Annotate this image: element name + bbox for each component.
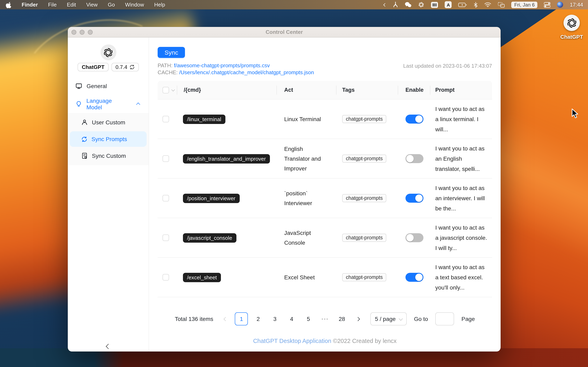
path-link[interactable]: f/awesome-chatgpt-prompts/prompts.csv: [174, 62, 270, 68]
prompt-cell: I want you to act as a javascript consol…: [430, 222, 492, 253]
table-row: /position_interviewer `position` Intervi…: [158, 179, 492, 218]
bluetooth-icon[interactable]: [474, 1, 478, 8]
act-cell: Linux Terminal: [277, 114, 337, 124]
header-act: Act: [277, 81, 337, 99]
select-all-checkbox[interactable]: [163, 87, 169, 93]
menu-time: 17:44: [570, 2, 583, 8]
row-checkbox[interactable]: [163, 116, 169, 122]
prompt-cell: I want you to act as an English translat…: [430, 143, 492, 174]
sidebar-item-sync-custom[interactable]: Sync Custom: [68, 147, 149, 165]
wechat-icon[interactable]: [405, 1, 412, 8]
path-line: PATH: f/awesome-chatgpt-prompts/prompts.…: [158, 62, 314, 69]
apple-menu-icon[interactable]: [6, 1, 11, 8]
chevron-down-icon: [399, 317, 403, 320]
row-checkbox[interactable]: [163, 195, 169, 201]
cmd-chip: /linux_terminal: [183, 114, 225, 124]
menu-item-go[interactable]: Go: [108, 2, 115, 8]
screen: Finder File Edit View Go Window Help A: [0, 0, 588, 367]
table-row: /excel_sheet Excel Sheet chatgpt-prompts…: [158, 258, 492, 297]
chevron-left-icon[interactable]: [384, 1, 387, 8]
tag-chip: chatgpt-prompts: [342, 194, 387, 202]
goto-label: Go to: [414, 316, 428, 322]
barcode-status-icon[interactable]: [431, 1, 438, 8]
page-2-button[interactable]: 2: [252, 312, 265, 325]
monitor-icon: [76, 83, 82, 89]
app-name-badge[interactable]: ChatGPT: [78, 63, 108, 71]
enable-toggle[interactable]: [406, 115, 424, 124]
sidebar-item-language-model[interactable]: Language Model: [68, 95, 149, 113]
act-cell: `position` Interviewer: [277, 188, 337, 208]
chevron-left-icon: [105, 344, 111, 349]
user-icon: [81, 119, 88, 125]
sidebar-item-general[interactable]: General: [68, 77, 149, 95]
menu-item-help[interactable]: Help: [154, 2, 165, 8]
screen-mirroring-icon[interactable]: [498, 1, 505, 8]
battery-icon[interactable]: [458, 1, 467, 8]
window-title: Control Center: [68, 29, 501, 35]
sidebar-app-logo: [100, 44, 116, 60]
chevron-up-icon: [136, 103, 140, 107]
control-center-window: Control Center ChatGPT 0.7.4: [68, 27, 501, 351]
row-checkbox[interactable]: [163, 234, 169, 241]
enable-toggle[interactable]: [406, 233, 424, 242]
input-method-icon[interactable]: A: [445, 1, 452, 8]
table-header-row: /{cmd} Act Tags Enable Prompt: [158, 81, 492, 100]
menu-item-finder[interactable]: Finder: [22, 2, 38, 8]
chatgpt-icon-label: ChatGPT: [554, 34, 588, 40]
page-ellipsis[interactable]: •••: [319, 312, 332, 325]
page-28-button[interactable]: 28: [336, 312, 348, 325]
openai-status-icon[interactable]: [418, 1, 424, 8]
row-checkbox[interactable]: [163, 274, 169, 281]
table-row: /javascript_console JavaScript Console c…: [158, 218, 492, 258]
tag-chip: chatgpt-prompts: [342, 273, 387, 281]
act-cell: English Translator and Improver: [277, 144, 337, 173]
chatgpt-desktop-icon[interactable]: ChatGPT: [554, 15, 588, 40]
cache-link[interactable]: /Users/lencx/.chatgpt/cache_model/chatgp…: [179, 69, 314, 75]
next-page-button[interactable]: [352, 312, 364, 325]
selection-menu-chevron-icon[interactable]: [172, 88, 175, 91]
page-3-button[interactable]: 3: [268, 312, 282, 325]
act-cell: Excel Sheet: [277, 272, 337, 282]
prev-page-button[interactable]: [220, 312, 231, 325]
row-checkbox[interactable]: [163, 155, 169, 162]
page-4-button[interactable]: 4: [285, 312, 298, 325]
sidebar-collapse-button[interactable]: [68, 345, 149, 348]
version-badge[interactable]: 0.7.4: [112, 63, 139, 71]
prompt-cell: I want you to act as an interviewer. I w…: [430, 183, 492, 213]
mouse-cursor: [571, 108, 580, 119]
page-label: Page: [461, 316, 475, 322]
control-center-icon[interactable]: [544, 1, 551, 8]
enable-toggle[interactable]: [406, 273, 424, 282]
act-cell: JavaScript Console: [277, 228, 337, 248]
menu-item-view[interactable]: View: [86, 2, 98, 8]
prompt-cell: I want you to act as a linux terminal. I…: [430, 104, 492, 134]
wifi-icon[interactable]: [484, 1, 492, 8]
siri-icon[interactable]: [557, 2, 563, 8]
sidebar-item-user-custom[interactable]: User Custom: [68, 113, 149, 131]
page-1-button[interactable]: 1: [235, 312, 248, 325]
sync-button[interactable]: Sync: [158, 47, 185, 58]
sidebar-item-sync-prompts[interactable]: Sync Prompts: [70, 131, 147, 147]
menu-item-file[interactable]: File: [48, 2, 57, 8]
menu-bar: Finder File Edit View Go Window Help A: [0, 0, 588, 9]
branch-status-icon[interactable]: [393, 1, 398, 8]
menu-item-edit[interactable]: Edit: [67, 2, 76, 8]
window-titlebar[interactable]: Control Center: [68, 27, 501, 38]
app-footer-link[interactable]: ChatGPT Desktop Application: [253, 338, 331, 344]
goto-page-input[interactable]: [435, 312, 454, 325]
enable-toggle[interactable]: [406, 194, 424, 203]
menu-item-window[interactable]: Window: [125, 2, 144, 8]
enable-toggle[interactable]: [406, 154, 424, 163]
language-model-submenu: User Custom Sync Prompts Sync Custom: [68, 113, 149, 165]
last-updated-text: Last updated on 2023-01-06 17:43:07: [403, 63, 492, 76]
sync-icon: [81, 136, 87, 142]
pagination: Total 136 items 1 2 3 4 5 ••• 28 5 / pag…: [158, 312, 492, 325]
tag-chip: chatgpt-prompts: [342, 115, 387, 123]
header-cmd: /{cmd}: [177, 81, 277, 99]
refresh-icon: [130, 64, 135, 70]
page-5-button[interactable]: 5: [302, 312, 315, 325]
pagination-total: Total 136 items: [175, 316, 213, 322]
page-size-select[interactable]: 5 / page: [371, 312, 407, 325]
cmd-chip: /english_translator_and_improver: [183, 154, 270, 163]
menu-date[interactable]: Fri, Jan 6: [511, 1, 537, 8]
